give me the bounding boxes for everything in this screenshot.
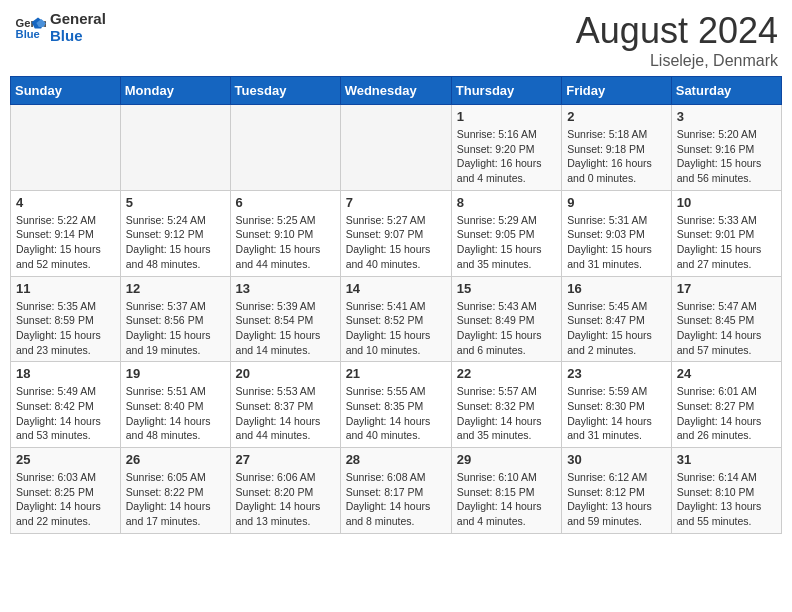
calendar-week-2: 4Sunrise: 5:22 AM Sunset: 9:14 PM Daylig… [11,190,782,276]
calendar-day: 28Sunrise: 6:08 AM Sunset: 8:17 PM Dayli… [340,448,451,534]
calendar-header-wednesday: Wednesday [340,77,451,105]
calendar-day: 26Sunrise: 6:05 AM Sunset: 8:22 PM Dayli… [120,448,230,534]
day-number: 28 [346,452,446,467]
day-info: Sunrise: 5:51 AM Sunset: 8:40 PM Dayligh… [126,384,225,443]
calendar-header-thursday: Thursday [451,77,561,105]
logo-blue: Blue [50,27,106,44]
calendar-day [340,105,451,191]
calendar-header-row: SundayMondayTuesdayWednesdayThursdayFrid… [11,77,782,105]
day-info: Sunrise: 6:05 AM Sunset: 8:22 PM Dayligh… [126,470,225,529]
day-info: Sunrise: 5:49 AM Sunset: 8:42 PM Dayligh… [16,384,115,443]
day-info: Sunrise: 6:01 AM Sunset: 8:27 PM Dayligh… [677,384,776,443]
day-number: 11 [16,281,115,296]
calendar-day: 8Sunrise: 5:29 AM Sunset: 9:05 PM Daylig… [451,190,561,276]
day-number: 1 [457,109,556,124]
calendar-day [230,105,340,191]
calendar-header-saturday: Saturday [671,77,781,105]
day-number: 10 [677,195,776,210]
calendar-day: 9Sunrise: 5:31 AM Sunset: 9:03 PM Daylig… [562,190,672,276]
svg-text:Blue: Blue [16,28,40,40]
day-number: 3 [677,109,776,124]
day-number: 25 [16,452,115,467]
day-number: 31 [677,452,776,467]
day-info: Sunrise: 5:37 AM Sunset: 8:56 PM Dayligh… [126,299,225,358]
day-info: Sunrise: 5:16 AM Sunset: 9:20 PM Dayligh… [457,127,556,186]
day-info: Sunrise: 5:25 AM Sunset: 9:10 PM Dayligh… [236,213,335,272]
calendar-week-4: 18Sunrise: 5:49 AM Sunset: 8:42 PM Dayli… [11,362,782,448]
calendar-week-5: 25Sunrise: 6:03 AM Sunset: 8:25 PM Dayli… [11,448,782,534]
day-number: 7 [346,195,446,210]
calendar-day: 11Sunrise: 5:35 AM Sunset: 8:59 PM Dayli… [11,276,121,362]
day-number: 23 [567,366,666,381]
day-info: Sunrise: 5:18 AM Sunset: 9:18 PM Dayligh… [567,127,666,186]
calendar-day: 5Sunrise: 5:24 AM Sunset: 9:12 PM Daylig… [120,190,230,276]
calendar-day: 21Sunrise: 5:55 AM Sunset: 8:35 PM Dayli… [340,362,451,448]
day-number: 8 [457,195,556,210]
logo: General Blue General Blue [14,10,106,44]
calendar-day: 12Sunrise: 5:37 AM Sunset: 8:56 PM Dayli… [120,276,230,362]
day-info: Sunrise: 5:27 AM Sunset: 9:07 PM Dayligh… [346,213,446,272]
day-info: Sunrise: 6:03 AM Sunset: 8:25 PM Dayligh… [16,470,115,529]
calendar-day: 31Sunrise: 6:14 AM Sunset: 8:10 PM Dayli… [671,448,781,534]
day-info: Sunrise: 5:41 AM Sunset: 8:52 PM Dayligh… [346,299,446,358]
day-info: Sunrise: 5:22 AM Sunset: 9:14 PM Dayligh… [16,213,115,272]
day-info: Sunrise: 5:24 AM Sunset: 9:12 PM Dayligh… [126,213,225,272]
day-info: Sunrise: 5:35 AM Sunset: 8:59 PM Dayligh… [16,299,115,358]
calendar-day: 15Sunrise: 5:43 AM Sunset: 8:49 PM Dayli… [451,276,561,362]
day-info: Sunrise: 6:12 AM Sunset: 8:12 PM Dayligh… [567,470,666,529]
day-number: 13 [236,281,335,296]
page-header: General Blue General Blue August 2024 Li… [10,10,782,70]
day-info: Sunrise: 5:47 AM Sunset: 8:45 PM Dayligh… [677,299,776,358]
page-title: August 2024 [576,10,778,52]
day-info: Sunrise: 5:33 AM Sunset: 9:01 PM Dayligh… [677,213,776,272]
day-number: 29 [457,452,556,467]
day-number: 24 [677,366,776,381]
day-info: Sunrise: 5:31 AM Sunset: 9:03 PM Dayligh… [567,213,666,272]
calendar-day: 16Sunrise: 5:45 AM Sunset: 8:47 PM Dayli… [562,276,672,362]
day-info: Sunrise: 5:59 AM Sunset: 8:30 PM Dayligh… [567,384,666,443]
calendar-week-3: 11Sunrise: 5:35 AM Sunset: 8:59 PM Dayli… [11,276,782,362]
calendar-day: 2Sunrise: 5:18 AM Sunset: 9:18 PM Daylig… [562,105,672,191]
day-number: 2 [567,109,666,124]
day-number: 26 [126,452,225,467]
calendar-day: 18Sunrise: 5:49 AM Sunset: 8:42 PM Dayli… [11,362,121,448]
calendar-day [120,105,230,191]
day-number: 16 [567,281,666,296]
calendar-day: 10Sunrise: 5:33 AM Sunset: 9:01 PM Dayli… [671,190,781,276]
day-number: 14 [346,281,446,296]
calendar-day [11,105,121,191]
logo-general: General [50,10,106,27]
day-number: 20 [236,366,335,381]
calendar-week-1: 1Sunrise: 5:16 AM Sunset: 9:20 PM Daylig… [11,105,782,191]
page-subtitle: Liseleje, Denmark [576,52,778,70]
calendar-header-friday: Friday [562,77,672,105]
calendar-table: SundayMondayTuesdayWednesdayThursdayFrid… [10,76,782,534]
day-number: 19 [126,366,225,381]
day-info: Sunrise: 6:10 AM Sunset: 8:15 PM Dayligh… [457,470,556,529]
calendar-day: 27Sunrise: 6:06 AM Sunset: 8:20 PM Dayli… [230,448,340,534]
day-info: Sunrise: 6:08 AM Sunset: 8:17 PM Dayligh… [346,470,446,529]
title-section: August 2024 Liseleje, Denmark [576,10,778,70]
day-info: Sunrise: 6:14 AM Sunset: 8:10 PM Dayligh… [677,470,776,529]
day-number: 18 [16,366,115,381]
calendar-day: 6Sunrise: 5:25 AM Sunset: 9:10 PM Daylig… [230,190,340,276]
calendar-header-monday: Monday [120,77,230,105]
calendar-day: 17Sunrise: 5:47 AM Sunset: 8:45 PM Dayli… [671,276,781,362]
calendar-day: 7Sunrise: 5:27 AM Sunset: 9:07 PM Daylig… [340,190,451,276]
day-number: 12 [126,281,225,296]
calendar-day: 19Sunrise: 5:51 AM Sunset: 8:40 PM Dayli… [120,362,230,448]
calendar-header-sunday: Sunday [11,77,121,105]
calendar-day: 14Sunrise: 5:41 AM Sunset: 8:52 PM Dayli… [340,276,451,362]
calendar-day: 4Sunrise: 5:22 AM Sunset: 9:14 PM Daylig… [11,190,121,276]
day-info: Sunrise: 6:06 AM Sunset: 8:20 PM Dayligh… [236,470,335,529]
calendar-day: 13Sunrise: 5:39 AM Sunset: 8:54 PM Dayli… [230,276,340,362]
day-number: 15 [457,281,556,296]
day-number: 17 [677,281,776,296]
calendar-day: 25Sunrise: 6:03 AM Sunset: 8:25 PM Dayli… [11,448,121,534]
day-number: 9 [567,195,666,210]
calendar-day: 22Sunrise: 5:57 AM Sunset: 8:32 PM Dayli… [451,362,561,448]
logo-icon: General Blue [14,11,46,43]
day-info: Sunrise: 5:53 AM Sunset: 8:37 PM Dayligh… [236,384,335,443]
day-info: Sunrise: 5:43 AM Sunset: 8:49 PM Dayligh… [457,299,556,358]
calendar-day: 30Sunrise: 6:12 AM Sunset: 8:12 PM Dayli… [562,448,672,534]
